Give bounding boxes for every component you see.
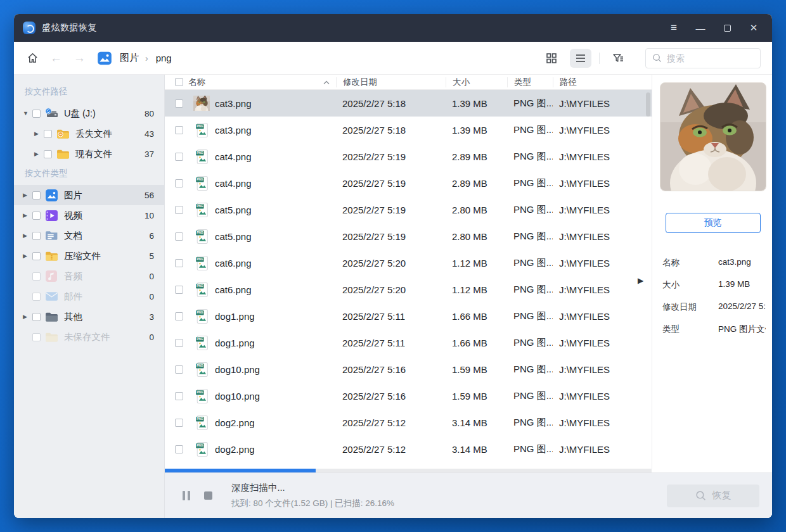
chevron-right-icon[interactable]: ▶ [34, 130, 44, 137]
desktop-background: 盛炫数据恢复 ≡ — ✕ ← → 图片 › png [0, 0, 786, 532]
sidebar-item[interactable]: ▶现有文件37 [14, 144, 164, 164]
item-checkbox[interactable] [32, 272, 41, 281]
sidebar-item-label: 现有文件 [75, 148, 112, 160]
row-checkbox[interactable] [175, 392, 183, 400]
item-checkbox[interactable] [44, 150, 52, 158]
file-size: 3.14 MB [446, 444, 507, 455]
maximize-button[interactable] [718, 18, 737, 37]
recover-button[interactable]: 恢复 [667, 484, 759, 507]
select-all-checkbox[interactable] [175, 78, 183, 86]
table-row[interactable]: PNGcat6.png2025/2/27 5:201.12 MBPNG 图...… [165, 250, 652, 276]
search-input[interactable] [667, 53, 743, 63]
chevron-right-icon[interactable]: ▶ [23, 232, 32, 239]
chevron-right-icon[interactable]: ▶ [23, 253, 32, 259]
row-checkbox[interactable] [175, 126, 183, 134]
collapse-panel-arrow-icon[interactable]: ▶ [638, 276, 643, 285]
sidebar-item[interactable]: ▶视频10 [14, 205, 164, 225]
table-row[interactable]: PNGdog1.png2025/2/27 5:111.66 MBPNG 图...… [165, 303, 652, 329]
sidebar-item[interactable]: ▶压缩文件5 [14, 246, 164, 266]
filter-icon[interactable] [607, 49, 629, 68]
chevron-right-icon[interactable]: ▶ [23, 212, 32, 218]
window-controls: ≡ — ✕ [664, 18, 763, 37]
chevron-right-icon[interactable]: ▶ [34, 151, 44, 157]
item-count: 0 [149, 292, 154, 301]
item-checkbox[interactable] [32, 333, 41, 341]
sidebar-item[interactable]: 邮件0 [14, 286, 164, 307]
item-checkbox[interactable] [32, 293, 41, 301]
row-checkbox[interactable] [175, 339, 183, 347]
file-date: 2025/2/27 5:20 [336, 284, 446, 295]
column-label-name: 名称 [188, 77, 205, 88]
chevron-right-icon[interactable]: ▶ [23, 192, 32, 198]
row-checkbox[interactable] [175, 312, 183, 320]
forward-icon[interactable]: → [74, 51, 86, 65]
table-row[interactable]: PNGdog2.png2025/2/27 5:123.14 MBPNG 图...… [165, 436, 652, 462]
row-checkbox[interactable] [175, 286, 183, 294]
chevron-right-icon[interactable]: ▶ [23, 314, 32, 320]
table-row[interactable]: PNGdog10.png2025/2/27 5:161.59 MBPNG 图..… [165, 383, 652, 409]
sidebar-item[interactable]: ▶其他3 [14, 307, 164, 327]
row-checkbox[interactable] [175, 153, 183, 161]
item-checkbox[interactable] [32, 212, 41, 220]
item-checkbox[interactable] [32, 252, 41, 260]
column-header-path[interactable]: 路径 [553, 77, 628, 87]
table-row[interactable]: PNGcat4.png2025/2/27 5:192.89 MBPNG 图...… [165, 170, 652, 196]
file-name: dog2.png [215, 417, 255, 428]
table-row[interactable]: PNGcat5.png2025/2/27 5:192.80 MBPNG 图...… [165, 196, 652, 223]
file-date: 2025/2/27 5:19 [336, 205, 446, 215]
file-name: cat6.png [215, 258, 252, 269]
sidebar-item[interactable]: ▼U盘 (J:)80 [14, 103, 164, 124]
item-checkbox[interactable] [32, 232, 41, 240]
row-checkbox[interactable] [175, 365, 183, 374]
table-row[interactable]: PNGdog1.png2025/2/27 5:111.66 MBPNG 图...… [165, 329, 652, 356]
stop-icon[interactable] [204, 491, 212, 500]
item-checkbox[interactable] [32, 110, 41, 118]
image-icon [45, 189, 60, 202]
minimize-button[interactable]: — [691, 18, 710, 37]
breadcrumb-item-pictures[interactable]: 图片 [120, 52, 139, 64]
item-checkbox[interactable] [44, 130, 52, 138]
sidebar-item[interactable]: 未保存文件0 [14, 327, 164, 347]
row-checkbox[interactable] [175, 99, 183, 108]
item-count: 80 [145, 109, 154, 118]
item-checkbox[interactable] [32, 313, 41, 321]
audio-icon [45, 270, 60, 282]
sidebar-item[interactable]: ▶丢失文件43 [14, 124, 164, 144]
list-view-icon[interactable] [570, 49, 591, 68]
grid-view-icon[interactable] [541, 49, 562, 68]
pause-icon[interactable] [183, 491, 190, 500]
table-row[interactable]: PNGdog2.png2025/2/27 5:123.14 MBPNG 图...… [165, 409, 652, 436]
table-row[interactable]: PNGcat4.png2025/2/27 5:192.89 MBPNG 图...… [165, 143, 652, 170]
table-row[interactable]: PNGcat6.png2025/2/27 5:201.12 MBPNG 图...… [165, 276, 652, 303]
table-row[interactable]: PNGcat3.png2025/2/27 5:181.39 MBPNG 图...… [165, 117, 652, 143]
breadcrumb-folder-icon[interactable] [97, 51, 112, 66]
column-header-name[interactable]: 名称 [165, 77, 336, 88]
back-icon[interactable]: ← [50, 51, 62, 65]
png-file-icon: PNG [193, 415, 210, 431]
home-icon[interactable] [27, 52, 39, 64]
row-checkbox[interactable] [175, 445, 183, 453]
column-header-date[interactable]: 修改日期 [336, 77, 446, 87]
chevron-down-icon[interactable]: ▼ [23, 110, 32, 117]
column-header-type[interactable]: 类型 [507, 77, 553, 87]
preview-button[interactable]: 预览 [666, 213, 761, 233]
table-row[interactable]: cat3.png2025/2/27 5:181.39 MBPNG 图...J:\… [165, 90, 652, 117]
sidebar-item[interactable]: ▶图片56 [14, 185, 164, 205]
sidebar-item[interactable]: ▶文档6 [14, 225, 164, 246]
row-checkbox[interactable] [175, 206, 183, 214]
table-row[interactable]: PNGcat5.png2025/2/27 5:192.80 MBPNG 图...… [165, 223, 652, 250]
close-button[interactable]: ✕ [744, 18, 763, 37]
row-checkbox[interactable] [175, 259, 183, 267]
row-checkbox[interactable] [175, 232, 183, 241]
table-row[interactable]: PNGdog10.png2025/2/27 5:161.59 MBPNG 图..… [165, 356, 652, 383]
column-header-size[interactable]: 大小 [446, 77, 507, 87]
row-checkbox[interactable] [175, 179, 183, 187]
menu-icon[interactable]: ≡ [664, 18, 683, 37]
item-checkbox[interactable] [32, 191, 41, 200]
breadcrumb-item-png[interactable]: png [156, 53, 172, 63]
sidebar-item[interactable]: 音频0 [14, 266, 164, 286]
row-checkbox[interactable] [175, 419, 183, 427]
file-path: J:\MYFILES [553, 205, 628, 215]
item-count: 43 [145, 129, 154, 139]
vertical-scrollbar-thumb[interactable] [646, 92, 650, 117]
